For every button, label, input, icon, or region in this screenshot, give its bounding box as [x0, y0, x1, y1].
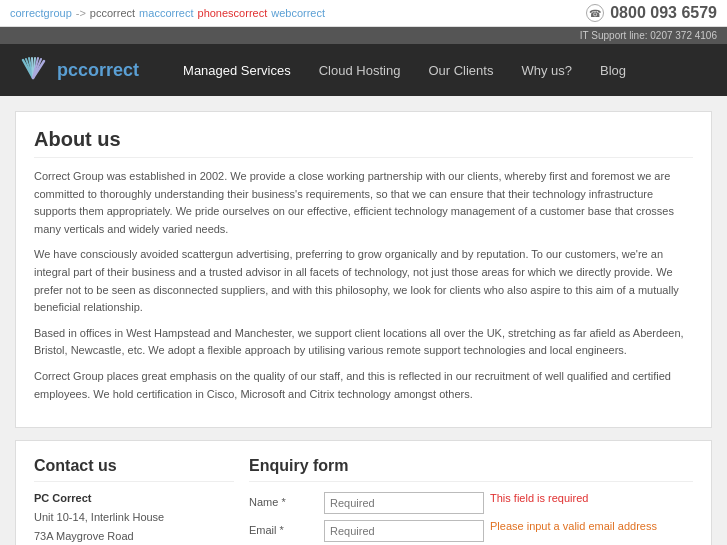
contact-enquiry-section: Contact us PC Correct Unit 10-14, Interl… [15, 440, 712, 545]
about-section: About us Correct Group was established i… [15, 111, 712, 428]
nav-cloud-hosting[interactable]: Cloud Hosting [305, 57, 415, 84]
nav-why-us[interactable]: Why us? [507, 57, 586, 84]
pccorrect-link[interactable]: pccorrect [90, 7, 135, 19]
email-error: Please input a valid email address [490, 520, 657, 532]
email-label: Email * [249, 520, 324, 536]
phonescorrect-link[interactable]: phonescorrect [198, 7, 268, 19]
email-input[interactable] [324, 520, 484, 542]
address-line-1: Unit 10-14, Interlink House [34, 511, 164, 523]
logo-correct: correct [78, 60, 139, 80]
maccorrect-link[interactable]: maccorrect [139, 7, 193, 19]
phone-area: ☎ 0800 093 6579 [586, 4, 717, 22]
enquiry-title: Enquiry form [249, 457, 693, 482]
main-content: About us Correct Group was established i… [0, 96, 727, 545]
logo: pccorrect [15, 52, 139, 88]
address-line-2: 73A Maygrove Road [34, 530, 134, 542]
nav-separator: -> [76, 7, 86, 19]
name-input[interactable] [324, 492, 484, 514]
site-header: pccorrect Managed Services Cloud Hosting… [0, 44, 727, 96]
contact-title: Contact us [34, 457, 234, 482]
nav-blog[interactable]: Blog [586, 57, 640, 84]
name-label: Name * [249, 492, 324, 508]
support-bar: IT Support line: 0207 372 4106 [0, 27, 727, 44]
nav-our-clients[interactable]: Our Clients [414, 57, 507, 84]
enquiry-section: Enquiry form Name * This field is requir… [249, 457, 693, 545]
about-para-3: Based in offices in West Hampstead and M… [34, 325, 693, 360]
phone-icon: ☎ [586, 4, 604, 22]
name-error: This field is required [490, 492, 588, 504]
main-nav: Managed Services Cloud Hosting Our Clien… [169, 57, 640, 84]
support-text: IT Support line: 0207 372 4106 [580, 30, 717, 41]
about-title: About us [34, 128, 693, 158]
logo-icon [15, 52, 51, 88]
about-para-2: We have consciously avoided scattergun a… [34, 246, 693, 316]
about-para-1: Correct Group was established in 2002. W… [34, 168, 693, 238]
correctgroup-link[interactable]: correctgroup [10, 7, 72, 19]
name-row: Name * This field is required [249, 492, 693, 514]
contact-address: Unit 10-14, Interlink House 73A Maygrove… [34, 508, 234, 545]
webcorrect-link[interactable]: webcorrect [271, 7, 325, 19]
contact-company: PC Correct [34, 492, 234, 504]
contact-section: Contact us PC Correct Unit 10-14, Interl… [34, 457, 234, 545]
logo-pc: pc [57, 60, 78, 80]
top-bar: correctgroup -> pccorrect maccorrect pho… [0, 0, 727, 27]
top-navigation: correctgroup -> pccorrect maccorrect pho… [10, 7, 325, 19]
nav-managed-services[interactable]: Managed Services [169, 57, 305, 84]
email-row: Email * Please input a valid email addre… [249, 520, 693, 542]
phone-number: 0800 093 6579 [610, 4, 717, 22]
about-para-4: Correct Group places great emphasis on t… [34, 368, 693, 403]
logo-text: pccorrect [57, 60, 139, 81]
